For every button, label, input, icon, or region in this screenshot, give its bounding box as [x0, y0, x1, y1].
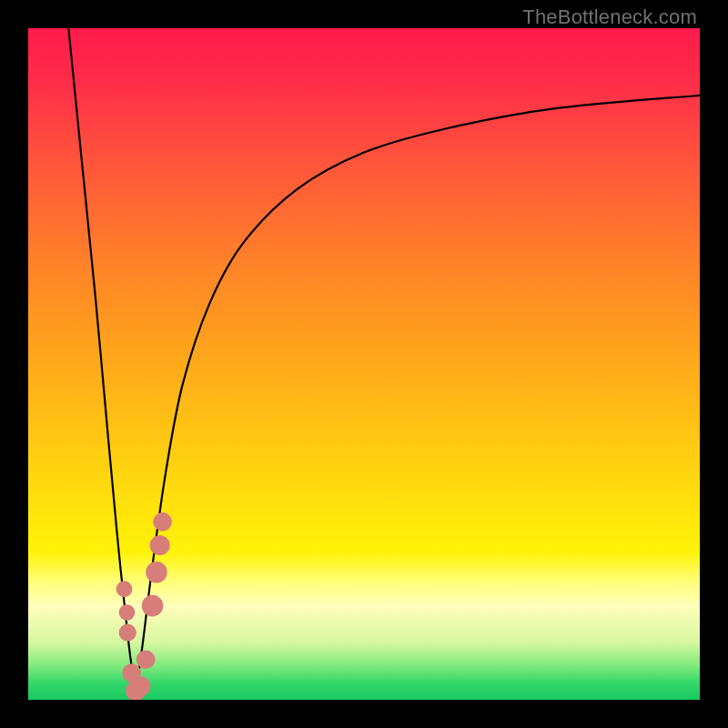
marker-point [146, 561, 167, 583]
watermark-text: TheBottleneck.com [522, 5, 697, 29]
marker-point [116, 581, 133, 597]
marker-point [142, 595, 164, 617]
curve-right-arm [136, 96, 700, 693]
marker-point [119, 624, 136, 642]
marker-point [150, 535, 170, 555]
marker-point [130, 676, 150, 696]
plot-area [28, 28, 700, 700]
chart-svg [28, 28, 700, 700]
marker-group [116, 512, 172, 700]
marker-point [119, 604, 136, 621]
marker-point [136, 650, 156, 669]
outer-frame: TheBottleneck.com [0, 0, 728, 728]
marker-point [153, 512, 172, 531]
